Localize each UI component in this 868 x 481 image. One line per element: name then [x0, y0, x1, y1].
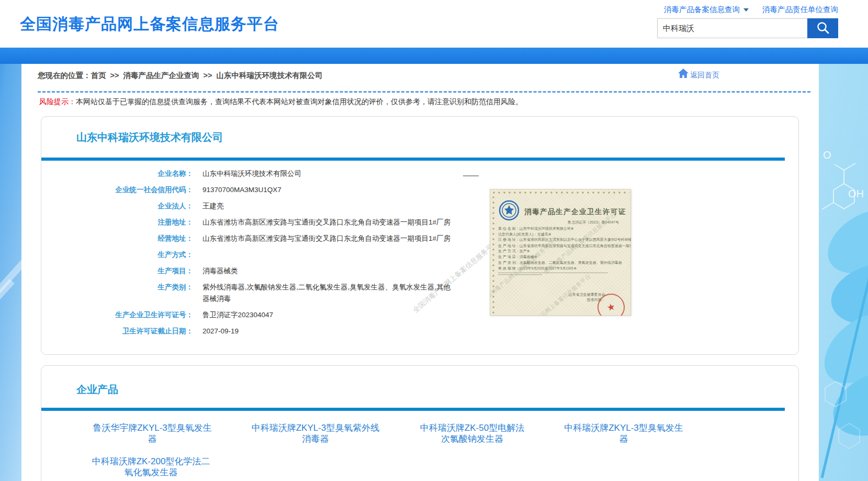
risk-notice-label: 风险提示：: [39, 97, 76, 106]
risk-notice-text: 本网站仅基于已掌握的信息提供查询服务，查询结果不代表本网站对被查询对象信用状况的…: [76, 97, 523, 106]
risk-notice: 风险提示：本网站仅基于已掌握的信息提供查询服务，查询结果不代表本网站对被查询对象…: [39, 97, 523, 107]
company-info-card: 山东中科瑞沃环境技术有限公司 企业名称：山东中科瑞沃环境技术有限公司企业统一社会…: [41, 116, 799, 355]
svg-text:OH: OH: [848, 188, 864, 199]
products-heading: 企业产品: [76, 383, 118, 397]
certificate-line: 法定代表人(或负责人)：王建亮※: [498, 231, 628, 237]
certificate-fine-print: [498, 274, 542, 275]
breadcrumb-enterprise-query[interactable]: 消毒产品生产企业查询: [123, 71, 199, 80]
field-label: 企业法人：: [41, 200, 193, 212]
product-link[interactable]: 中科瑞沃牌ZKYL-3型臭氧发生器: [561, 422, 686, 444]
field-label: 生产项目：: [41, 265, 193, 277]
field-row: 企业名称：山东中科瑞沃环境技术有限公司: [41, 168, 512, 180]
breadcrumb-current: 山东中科瑞沃环境技术有限公司: [216, 71, 322, 80]
certificate-line: 生 产 类 别：次氯酸钠发生器、二氧化氯发生器、臭氧发生器、紫外线消毒器: [498, 260, 628, 265]
field-label: 生产方式：: [41, 249, 193, 261]
top-nav: 消毒产品备案信息查询消毒产品责任单位查询: [657, 5, 838, 15]
field-label: 注册地址：: [41, 217, 193, 228]
field-label: 生产企业卫生许可证号：: [41, 309, 193, 321]
nav-record-info-query[interactable]: 消毒产品备案信息查询: [664, 5, 749, 14]
certificate-number: 鲁卫消证字（2023）第04047号: [498, 219, 628, 225]
field-value: 山东省潍坊市高新区潍安路与宝通街交叉路口东北角自动变速器一期项目1#厂房: [202, 233, 450, 244]
field-row: 企业法人：王建亮: [41, 200, 512, 212]
field-row: 生产项目：消毒器械类: [41, 265, 512, 277]
hygiene-license-certificate-image: 全国消毒产品网上备案信息服务平台 全国消毒产品网上备案信息服务平台 全国消毒产品…: [490, 189, 631, 316]
field-label: 卫生许可证截止日期：: [41, 326, 193, 337]
certificate-line: 生 产 项 目：消毒器械※: [498, 254, 628, 260]
certificate-line: 有 效 期 限：2023年9月20日至2027年9月19日※: [498, 265, 628, 271]
certificate-line: 注 册 地 址：山东省潍坊高新区玉清东街以北中心次干道以西高新大厦902号科研楼: [498, 237, 628, 243]
search-icon: [816, 20, 830, 37]
dropdown-caret-icon: [743, 8, 749, 12]
search-bar: [657, 18, 838, 38]
heading-underline: [41, 158, 785, 161]
search-input[interactable]: [657, 18, 807, 38]
company-products-card: 企业产品 鲁沃华宇牌ZKYL-3型臭氧发生器中科瑞沃牌ZKYL-3型臭氧紫外线消…: [41, 365, 799, 481]
field-row: 注册地址：山东省潍坊市高新区潍安路与宝通街交叉路口东北角自动变速器一期项目1#厂…: [41, 217, 512, 228]
breadcrumb-location-label: 您现在的位置：: [38, 71, 91, 80]
certificate-fine-print: [498, 273, 608, 273]
certificate-title: 消毒产品生产企业卫生许可证: [524, 207, 626, 217]
background-left-art: [0, 245, 21, 318]
field-label: 生产类别：: [41, 282, 193, 305]
back-home-label: 返回首页: [690, 71, 719, 80]
field-row: 经营地址：山东省潍坊市高新区潍安路与宝通街交叉路口东北角自动变速器一期项目1#厂…: [41, 233, 512, 244]
site-title: 全国消毒产品网上备案信息服务平台: [20, 14, 279, 35]
home-icon: [678, 68, 690, 80]
dashed-divider: [38, 91, 810, 93]
background-chemistry-art: OH O: [818, 63, 868, 481]
field-value: 鲁卫消证字202304047: [202, 309, 273, 321]
breadcrumb: 您现在的位置：首页>>消毒产品生产企业查询>>山东中科瑞沃环境技术有限公司: [38, 71, 322, 81]
image-placeholder-dash: [463, 175, 479, 176]
field-value: 2027-09-19: [202, 326, 239, 337]
field-row: 生产企业卫生许可证号：鲁卫消证字202304047: [41, 309, 512, 321]
breadcrumb-home[interactable]: 首页: [91, 71, 106, 80]
field-value: 山东中科瑞沃环境技术有限公司: [202, 168, 301, 180]
back-home-link[interactable]: 返回首页: [678, 68, 719, 80]
certificate-line: 生 产 方 式：生产※: [498, 248, 628, 254]
company-fields: 企业名称：山东中科瑞沃环境技术有限公司企业统一社会信用代码：91370700MA…: [41, 168, 512, 342]
certificate-line: 生 产 地 址：山东省潍坊市高新区潍安路与宝通街交叉路口东北角自动变速器一期项目…: [498, 242, 628, 248]
breadcrumb-separator: >>: [110, 71, 119, 80]
field-label: 经营地址：: [41, 233, 193, 244]
field-value: 山东省潍坊市高新区潍安路与宝通街交叉路口东北角自动变速器一期项目1#厂房: [202, 217, 450, 228]
company-name-heading: 山东中科瑞沃环境技术有限公司: [76, 130, 223, 144]
heading-underline: [41, 408, 785, 411]
header-blue-band: [0, 48, 868, 64]
breadcrumb-separator: >>: [203, 71, 212, 80]
search-button[interactable]: [807, 18, 838, 38]
certificate-lines: 单 位 名 称：山东中科瑞沃环境技术有限公司※法定代表人(或负责人)：王建亮※注…: [498, 226, 628, 271]
field-row: 卫生许可证截止日期：2027-09-19: [41, 326, 512, 337]
certificate-line: 单 位 名 称：山东中科瑞沃环境技术有限公司※: [498, 226, 628, 231]
product-link[interactable]: 中科瑞沃牌ZK-200型化学法二氧化氯发生器: [89, 456, 212, 478]
field-value: 91370700MA3M3U1QX7: [202, 184, 281, 196]
product-link[interactable]: 鲁沃华宇牌ZKYL-3型臭氧发生器: [89, 422, 215, 444]
content-container: 您现在的位置：首页>>消毒产品生产企业查询>>山东中科瑞沃环境技术有限公司 返回…: [21, 64, 819, 481]
field-value: 王建亮: [202, 200, 224, 212]
nav-responsible-unit-query[interactable]: 消毒产品责任单位查询: [762, 5, 838, 14]
field-value: 紫外线消毒器,次氯酸钠发生器,二氧化氯发生器,臭氧发生器、臭氧水发生器,其他器械…: [202, 282, 454, 305]
product-link[interactable]: 中科瑞沃牌ZK-50型电解法次氯酸钠发生器: [416, 422, 528, 444]
field-row: 企业统一社会信用代码：91370700MA3M3U1QX7: [41, 184, 512, 196]
field-label: 企业名称：: [41, 168, 193, 180]
product-link[interactable]: 中科瑞沃牌ZKYL-3型臭氧紫外线消毒器: [247, 422, 384, 444]
product-list: 鲁沃华宇牌ZKYL-3型臭氧发生器中科瑞沃牌ZKYL-3型臭氧紫外线消毒器中科瑞…: [89, 422, 785, 478]
field-value: 消毒器械类: [202, 265, 238, 277]
certificate-body: 鲁卫消证字（2023）第04047号 单 位 名 称：山东中科瑞沃环境技术有限公…: [498, 219, 628, 275]
top-header: 全国消毒产品网上备案信息服务平台 消毒产品备案信息查询消毒产品责任单位查询: [0, 0, 868, 48]
field-row: 生产方式：: [41, 249, 512, 261]
field-label: 企业统一社会信用代码：: [41, 184, 193, 196]
svg-text:O: O: [823, 149, 831, 161]
